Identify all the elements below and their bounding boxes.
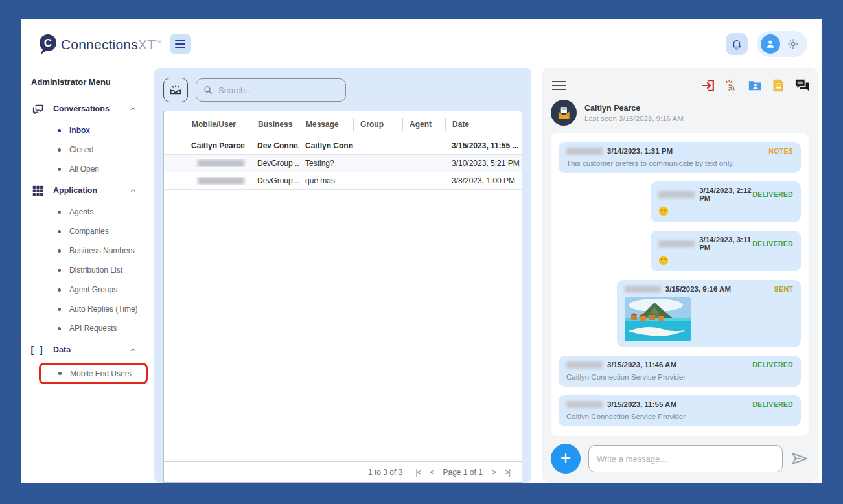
sidebar-item-closed[interactable]: Closed [31, 140, 154, 159]
inbox-tray-icon [168, 83, 183, 97]
message-time: 3/14/2023, 2:12 PM [699, 187, 752, 202]
close-conversation-icon[interactable] [701, 78, 715, 93]
sidebar-item-companies[interactable]: Companies [31, 222, 154, 241]
conversations-table: Mobile/User Business Message Group Agent… [163, 111, 522, 483]
table-header: Mobile/User Business Message Group Agent… [164, 111, 522, 137]
sidebar-item-mobile-end-users[interactable]: Mobile End Users [41, 365, 146, 382]
chevron-up-icon[interactable] [129, 187, 137, 195]
table-row[interactable]: Caitlyn Pearce Dev Conne... Caitlyn Conn… [164, 137, 522, 155]
sidebar-item-business-numbers[interactable]: Business Numbers [31, 241, 154, 260]
add-attachment-button[interactable]: + [551, 444, 581, 474]
chat-toolbar [551, 76, 809, 95]
chevron-up-icon[interactable] [129, 346, 137, 354]
sidebar-item-agents[interactable]: Agents [31, 202, 154, 222]
sidebar-item-auto-replies[interactable]: Auto Replies (Time) [31, 299, 154, 319]
logo-c-icon: C [38, 33, 58, 55]
redacted-sender [625, 286, 661, 293]
page-indicator: Page 1 of 1 [443, 468, 482, 477]
message-time: 3/15/2023, 9:16 AM [665, 285, 731, 293]
svg-text:SMS: SMS [561, 108, 567, 111]
sms-avatar-icon[interactable]: SMS [551, 100, 577, 126]
sidebar-title: Administrator Menu [31, 77, 154, 87]
chat-history-icon[interactable] [794, 78, 809, 93]
status-badge: DELIVERED [752, 361, 793, 369]
sidebar-item-agent-groups[interactable]: Agent Groups [31, 280, 154, 299]
last-page-button[interactable]: >| [505, 468, 510, 477]
message-bubble[interactable]: 3/14/2023, 3:11 PM DELIVERED [651, 231, 801, 271]
send-icon[interactable] [791, 451, 809, 466]
message-thread: 3/14/2023, 1:31 PM NOTES This customer p… [551, 133, 809, 436]
smiley-emoji-icon [658, 255, 669, 266]
new-conversations-tray-button[interactable] [163, 78, 188, 102]
brand-name: ConnectionsXT™ [61, 33, 161, 54]
contact-folder-icon[interactable] [748, 78, 762, 93]
status-badge: DELIVERED [752, 400, 793, 408]
message-composer: + [551, 436, 809, 475]
column-header-agent[interactable]: Agent [402, 118, 445, 131]
top-bar-actions [726, 31, 807, 57]
admin-sidebar: Administrator Menu Conversations Inbox C… [21, 68, 154, 483]
sidebar-section-application[interactable]: Application [31, 179, 154, 202]
status-badge: DELIVERED [752, 240, 793, 247]
first-page-button[interactable]: |< [415, 468, 421, 477]
settings-gear-icon[interactable] [787, 38, 800, 51]
pagination-range: 1 to 3 of 3 [368, 468, 402, 477]
message-bubble-notes[interactable]: 3/14/2023, 1:31 PM NOTES This customer p… [559, 142, 801, 173]
user-menu[interactable] [757, 31, 807, 57]
sidebar-section-data[interactable]: [ ] Data [31, 338, 154, 361]
redacted-sender [658, 191, 695, 198]
message-time: 3/14/2023, 3:11 PM [699, 236, 752, 251]
table-row[interactable]: DevGroup ... que mas 3/8/2023, 1:00 PM [164, 172, 522, 190]
status-badge: NOTES [768, 147, 793, 155]
table-pagination: 1 to 3 of 3 |< < Page 1 of 1 > >| [164, 461, 522, 482]
grid-icon [31, 185, 44, 196]
column-header-group[interactable]: Group [353, 118, 402, 131]
sidebar-item-distribution-list[interactable]: Distribution List [31, 260, 154, 280]
user-avatar[interactable] [761, 34, 780, 54]
notes-document-icon[interactable] [771, 78, 785, 93]
sidebar-item-all-open[interactable]: All Open [31, 159, 154, 179]
person-icon [765, 38, 776, 50]
conversations-list-panel: Mobile/User Business Message Group Agent… [154, 68, 531, 483]
message-text: Caitlyn Connection Service Provider [566, 373, 793, 381]
broadcast-signal-icon[interactable] [724, 78, 739, 93]
column-header-mobile-user[interactable]: Mobile/User [185, 118, 251, 131]
contact-last-seen: Last seen 3/15/2023, 9:16 AM [584, 115, 684, 122]
sidebar-item-inbox[interactable]: Inbox [31, 120, 154, 140]
bell-icon [731, 38, 743, 50]
sidebar-toggle-button[interactable] [170, 34, 191, 54]
column-header-empty [164, 118, 185, 131]
inbox-search-row [163, 77, 522, 103]
sidebar-divider [31, 395, 143, 395]
beach-photo-attachment[interactable] [625, 297, 691, 341]
column-header-business[interactable]: Business [251, 118, 299, 131]
status-badge: DELIVERED [752, 190, 793, 198]
smiley-emoji-icon [658, 206, 669, 216]
contact-header: SMS Caitlyn Pearce Last seen 3/15/2023, … [551, 95, 809, 130]
message-input[interactable] [588, 445, 783, 472]
redacted-sender [658, 240, 695, 247]
app-logo: C ConnectionsXT™ [38, 33, 161, 55]
message-bubble[interactable]: 3/14/2023, 2:12 PM DELIVERED [651, 181, 801, 222]
app-root: { "app": { "brand": "Connections", "bran… [0, 0, 843, 504]
next-page-button[interactable]: > [492, 468, 496, 477]
chat-menu-button[interactable] [551, 78, 568, 93]
sidebar-item-api-requests[interactable]: API Requests [31, 319, 154, 338]
message-time: 3/15/2023, 11:46 AM [607, 361, 676, 369]
redacted-sender [566, 148, 603, 155]
redacted-sender [566, 361, 603, 369]
message-bubble[interactable]: 3/15/2023, 11:46 AM DELIVERED Caitlyn Co… [559, 356, 801, 387]
search-field[interactable] [196, 78, 346, 102]
column-header-message[interactable]: Message [299, 118, 353, 131]
message-bubble-photo[interactable]: 3/15/2023, 9:16 AM SENT [617, 280, 801, 347]
contact-name: Caitlyn Pearce [584, 104, 684, 113]
sidebar-section-conversations[interactable]: Conversations [31, 97, 154, 120]
message-time: 3/15/2023, 11:55 AM [607, 400, 676, 408]
previous-page-button[interactable]: < [430, 468, 433, 477]
table-row[interactable]: DevGroup ... Testing? 3/10/2023, 5:21 PM [164, 155, 522, 172]
message-bubble[interactable]: 3/15/2023, 11:55 AM DELIVERED Caitlyn Co… [559, 395, 801, 426]
notifications-button[interactable] [726, 33, 748, 55]
column-header-date[interactable]: Date [445, 118, 522, 131]
chevron-up-icon[interactable] [129, 105, 137, 113]
search-input[interactable] [218, 86, 339, 95]
